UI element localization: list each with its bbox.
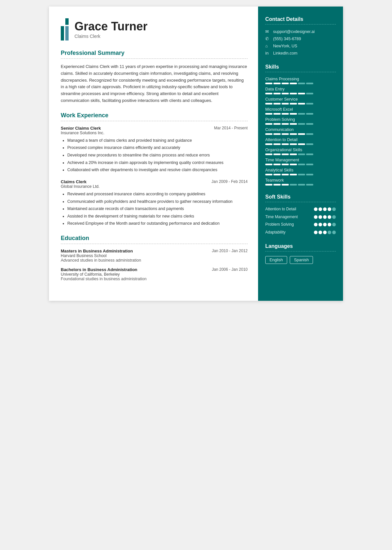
logo-icon (61, 18, 69, 40)
language-tag-0: English (265, 256, 287, 264)
soft-dot-3-2 (323, 231, 327, 234)
skill-bar-4-5 (306, 123, 313, 125)
skill-bar-3-5 (306, 113, 313, 115)
job-company-1: Global Insurance Ltd. (61, 184, 248, 189)
skill-bar-1-3 (290, 93, 297, 94)
skills-section: Skills Claims Processing Data Entry Cust… (265, 64, 336, 186)
summary-title: Professional Summary (61, 50, 248, 57)
skill-bar-7-1 (273, 154, 281, 155)
contact-linkedin: in LinkedIn.com (265, 51, 336, 56)
skill-bar-5-0 (265, 133, 272, 135)
soft-dot-0-1 (318, 207, 322, 211)
skills-container: Claims Processing Data Entry Customer Se… (265, 77, 336, 186)
skill-item-5: Communication (265, 127, 336, 135)
email-icon: ✉ (265, 29, 270, 34)
skill-bar-6-0 (265, 143, 272, 145)
soft-dot-0-3 (328, 207, 331, 211)
skill-bar-4-3 (290, 123, 297, 125)
skill-bar-1-4 (298, 93, 305, 94)
skill-bar-9-2 (282, 174, 289, 175)
skill-item-3: Microsoft Excel (265, 107, 336, 115)
soft-dot-2-2 (323, 223, 327, 226)
soft-dot-2-0 (314, 223, 318, 226)
skills-divider (265, 72, 336, 72)
soft-skill-label-0: Attention to Detail (265, 207, 296, 212)
education-section: Education Masters in Business Administra… (61, 235, 248, 281)
logo-bar-right-bottom (65, 26, 69, 40)
edu-title: Education (61, 235, 248, 242)
skill-bar-3-3 (290, 113, 297, 115)
skill-bar-9-1 (273, 174, 281, 175)
skill-bar-7-0 (265, 154, 272, 155)
edu-container: Masters in Business Administration Jan 2… (61, 249, 248, 281)
edu-degree-0: Masters in Business Administration (61, 249, 133, 253)
resume-wrapper: Grace Turner Claims Clerk Professional S… (49, 7, 343, 301)
skill-item-6: Attention to Detail (265, 138, 336, 145)
skill-name-2: Customer Service (265, 97, 336, 102)
skill-bar-0-2 (282, 83, 289, 84)
skill-bar-10-2 (282, 184, 289, 186)
soft-skill-label-2: Problem Solving (265, 222, 294, 227)
skill-bar-1-1 (273, 93, 281, 94)
skill-bar-10-5 (306, 184, 313, 186)
edu-entry-0: Masters in Business Administration Jan 2… (61, 249, 248, 263)
skill-bar-2-2 (282, 103, 289, 105)
skill-bar-10-1 (273, 184, 281, 186)
skill-item-10: Teamwork (265, 178, 336, 186)
skill-name-0: Claims Processing (265, 77, 336, 81)
edu-dates-1: Jan 2006 - Jan 2010 (212, 267, 248, 272)
job-dates-1: Jan 2009 - Feb 2014 (211, 179, 248, 184)
skill-bar-5-1 (273, 133, 281, 135)
soft-dot-2-4 (332, 223, 336, 226)
soft-dot-3-3 (328, 231, 331, 234)
languages-divider (265, 251, 336, 251)
skill-name-9: Analytical Skills (265, 168, 336, 172)
soft-skill-row-3: Adaptability (265, 230, 336, 235)
soft-skill-label-3: Adaptability (265, 230, 286, 235)
edu-degree-1: Bachelors in Business Administration (61, 267, 137, 272)
skill-bar-2-5 (306, 103, 313, 105)
job-bullet-1-0: Reviewed and processed insurance claims … (67, 191, 248, 198)
soft-dot-2-3 (328, 223, 331, 226)
skill-bar-8-4 (298, 164, 305, 165)
skill-bar-10-0 (265, 184, 272, 186)
skill-bar-8-1 (273, 164, 281, 165)
edu-dates-0: Jan 2010 - Jan 2012 (212, 249, 248, 253)
applicant-name: Grace Turner (74, 20, 147, 33)
soft-skills-section: Soft Skills Attention to Detail Time Man… (265, 194, 336, 235)
soft-skill-label-1: Time Management (265, 215, 298, 220)
job-entry-1: Claims Clerk Jan 2009 - Feb 2014 Global … (61, 179, 248, 227)
logo-bar-right-top (65, 18, 69, 25)
edu-desc-1: Foundational studies in business adminis… (61, 277, 248, 281)
skill-bar-10-4 (298, 184, 305, 186)
skill-bar-0-5 (306, 83, 313, 84)
soft-dot-0-2 (323, 207, 327, 211)
skill-bar-6-5 (306, 143, 313, 145)
soft-dot-1-4 (332, 215, 336, 219)
skill-item-7: Organizational Skills (265, 148, 336, 155)
contact-location: ⌂ NewYork, US (265, 43, 336, 48)
job-bullet-0-1: Processed complex insurance claims effic… (67, 144, 248, 151)
skill-bar-9-4 (298, 174, 305, 175)
soft-skill-row-2: Problem Solving (265, 222, 336, 227)
skill-bar-8-0 (265, 164, 272, 165)
work-experience-section: Work Experience Senior Claims Clerk Mar … (61, 112, 248, 227)
soft-dot-3-4 (332, 231, 336, 234)
skill-name-10: Teamwork (265, 178, 336, 183)
job-bullet-0-2: Developed new procedures to streamline t… (67, 152, 248, 159)
applicant-job-title: Claims Clerk (74, 34, 147, 39)
summary-section: Professional Summary Experienced Claims … (61, 50, 248, 104)
skill-bar-2-1 (273, 103, 281, 105)
edu-divider (61, 244, 248, 244)
jobs-container: Senior Claims Clerk Mar 2014 - Present I… (61, 126, 248, 227)
job-entry-0: Senior Claims Clerk Mar 2014 - Present I… (61, 126, 248, 173)
skill-bar-1-0 (265, 93, 272, 94)
phone-icon: ✆ (265, 36, 270, 41)
skills-title: Skills (265, 64, 336, 70)
skill-bar-2-0 (265, 103, 272, 105)
job-company-0: Insurance Solutions Inc. (61, 131, 248, 135)
skill-name-4: Problem Solving (265, 117, 336, 122)
soft-skill-row-1: Time Management (265, 215, 336, 220)
language-tag-1: Spanish (290, 256, 313, 264)
edu-entry-1: Bachelors in Business Administration Jan… (61, 267, 248, 281)
